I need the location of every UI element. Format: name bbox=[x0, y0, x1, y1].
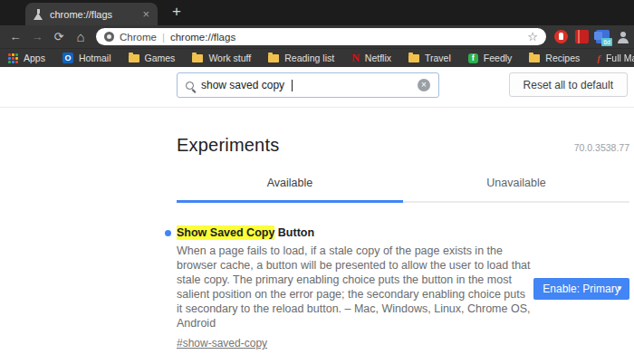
flag-modified-dot bbox=[165, 230, 171, 236]
flags-content: Experiments 70.0.3538.77 Available Unava… bbox=[177, 135, 629, 350]
bookmark-full-matches[interactable]: f Full Matches and Sho bbox=[597, 53, 634, 63]
search-icon bbox=[186, 81, 194, 90]
bookmark-folder-games[interactable]: Games bbox=[129, 53, 176, 63]
new-tab-button[interactable]: + bbox=[172, 3, 181, 21]
omnibox-product-label: Chrome bbox=[120, 32, 157, 43]
profile-avatar-icon[interactable] bbox=[617, 31, 629, 43]
flask-icon bbox=[34, 9, 43, 20]
tab-unavailable[interactable]: Unavailable bbox=[403, 177, 629, 203]
search-highlight: Show Saved Copy bbox=[177, 225, 274, 240]
bookmark-netflix[interactable]: N Netflix bbox=[351, 53, 391, 63]
bookmark-folder-reading-list[interactable]: Reading list bbox=[268, 53, 334, 63]
flags-search-row: show saved copy × Reset all to default bbox=[0, 67, 634, 108]
adblock-extension-icon[interactable] bbox=[554, 30, 568, 43]
folder-icon bbox=[192, 54, 203, 62]
flags-tabs: Available Unavailable bbox=[177, 177, 629, 203]
forward-icon: → bbox=[26, 30, 48, 43]
outlook-icon: O bbox=[62, 53, 73, 63]
flag-entry: Show Saved Copy Button When a page fails… bbox=[177, 226, 629, 350]
address-bar[interactable]: Chrome | chrome://flags ☆ bbox=[96, 28, 546, 45]
reset-all-button[interactable]: Reset all to default bbox=[509, 72, 628, 97]
bookmark-folder-travel[interactable]: Travel bbox=[408, 53, 451, 63]
bookmark-folder-recipes[interactable]: Recipes bbox=[529, 53, 580, 63]
bookmark-feedly[interactable]: f Feedly bbox=[468, 53, 513, 63]
reload-icon[interactable]: ⟳ bbox=[48, 30, 70, 43]
folder-icon bbox=[529, 54, 540, 62]
tab-title: chrome://flags bbox=[50, 9, 136, 20]
bookmark-hotmail[interactable]: O Hotmail bbox=[62, 53, 111, 63]
book-extension-icon[interactable] bbox=[575, 30, 589, 43]
flag-state-dropdown[interactable]: Enable: Primary ▼ bbox=[533, 278, 629, 300]
folder-icon bbox=[129, 54, 139, 62]
page-info-icon[interactable] bbox=[104, 32, 114, 42]
back-icon[interactable]: ← bbox=[5, 30, 26, 43]
feedly-icon: f bbox=[468, 53, 478, 63]
browser-toolbar: ← → ⟳ ⌂ Chrome | chrome://flags ☆ 6d bbox=[0, 25, 634, 48]
page-title: Experiments bbox=[177, 135, 279, 156]
session-extension-icon[interactable]: 6d bbox=[596, 30, 610, 43]
tab-available[interactable]: Available bbox=[177, 177, 403, 203]
tab-strip: chrome://flags × + bbox=[0, 0, 634, 25]
omnibox-url[interactable]: chrome://flags bbox=[170, 32, 522, 43]
netflix-icon: N bbox=[351, 53, 360, 63]
extension-badge: 6d bbox=[601, 38, 612, 46]
chrome-version: 70.0.3538.77 bbox=[574, 142, 629, 153]
bookmarks-bar: Apps O Hotmail Games Work stuff Reading … bbox=[0, 48, 634, 67]
flags-search-input[interactable]: show saved copy × bbox=[177, 72, 439, 98]
clear-search-icon[interactable]: × bbox=[418, 79, 430, 91]
apps-grid-icon bbox=[8, 53, 18, 63]
bookmark-star-icon[interactable]: ☆ bbox=[527, 30, 538, 43]
red-site-icon: f bbox=[597, 53, 600, 63]
flag-description: When a page fails to load, if a stale co… bbox=[177, 244, 532, 330]
chevron-down-icon: ▼ bbox=[616, 284, 623, 292]
tab-close-icon[interactable]: × bbox=[142, 8, 149, 20]
browser-tab[interactable]: chrome://flags × bbox=[25, 3, 158, 25]
flag-permalink[interactable]: #show-saved-copy bbox=[177, 337, 267, 350]
text-caret bbox=[292, 80, 293, 91]
bookmark-folder-work-stuff[interactable]: Work stuff bbox=[192, 53, 251, 63]
omnibox-separator: | bbox=[162, 32, 165, 43]
folder-icon bbox=[268, 54, 279, 62]
home-icon[interactable]: ⌂ bbox=[70, 29, 91, 44]
folder-icon bbox=[408, 54, 419, 62]
bookmark-apps[interactable]: Apps bbox=[8, 53, 45, 63]
dropdown-value: Enable: Primary bbox=[543, 283, 620, 295]
flag-title: Show Saved Copy Button bbox=[177, 226, 532, 239]
search-value: show saved copy bbox=[201, 79, 284, 91]
